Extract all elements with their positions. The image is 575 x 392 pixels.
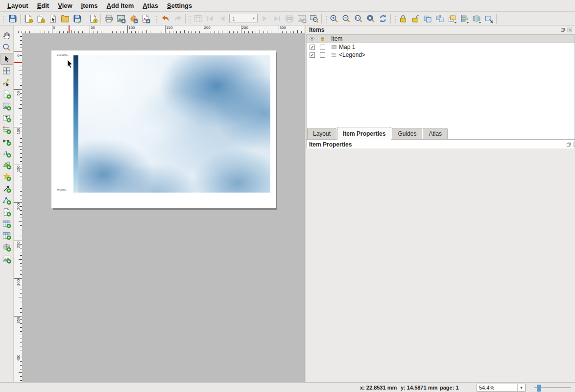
tool-add-node-item-button[interactable] <box>0 194 13 206</box>
tool-pan-layout-button[interactable] <box>0 29 13 41</box>
tool-add-map-button[interactable] <box>0 88 13 100</box>
tool-add-html-button[interactable]: </> <box>0 206 13 218</box>
tool-add-3d-map-button[interactable] <box>0 241 13 253</box>
menu-edit[interactable]: Edit <box>33 0 54 11</box>
zoom-combo-caret-icon[interactable]: ▼ <box>517 384 525 391</box>
item-label: <Legend> <box>339 51 365 58</box>
duplicate-layout-button[interactable] <box>34 12 47 24</box>
tool-move-item-content-button[interactable] <box>0 65 13 76</box>
ruler-tick <box>260 30 260 33</box>
add-label-icon: T <box>2 113 11 122</box>
menu-settings[interactable]: Settings <box>163 0 196 11</box>
ruler-tick <box>297 30 298 33</box>
toolbar-separator <box>85 14 85 24</box>
tool-edit-nodes-item-button[interactable] <box>0 76 13 88</box>
tab-item-properties[interactable]: Item Properties <box>337 127 391 140</box>
tool-add-scale-bar-button[interactable] <box>0 135 13 147</box>
add-elevation-profile-icon <box>2 254 11 264</box>
items-float-icon[interactable] <box>560 27 565 32</box>
tool-add-label-button[interactable]: T <box>0 112 13 123</box>
preview-atlas-button[interactable] <box>308 12 320 24</box>
align-items-button[interactable] <box>458 12 470 24</box>
status-y-coordinate: y: 14.5871 mm <box>401 385 437 391</box>
duplicate-layout-icon <box>36 14 46 24</box>
new-report-button[interactable] <box>87 12 99 24</box>
add-items-from-template-icon <box>60 14 70 24</box>
group-items-icon <box>423 14 432 24</box>
ruler-tick <box>19 146 22 147</box>
add-node-item-icon <box>2 196 11 205</box>
visibility-checkbox[interactable]: ✓ <box>310 52 315 58</box>
add-arrow-icon <box>2 184 11 193</box>
tool-add-picture-button[interactable] <box>0 100 13 112</box>
zoom-level-value: 54.4% <box>479 385 494 391</box>
tool-zoom-tool-button[interactable] <box>0 41 13 53</box>
distribute-items-button[interactable] <box>470 12 482 24</box>
legend-color-ramp[interactable] <box>73 55 78 193</box>
zoom-full-extent-button[interactable] <box>364 12 377 24</box>
add-3d-map-icon <box>2 243 11 252</box>
menu-items[interactable]: Items <box>77 0 102 11</box>
item-properties-close-icon[interactable] <box>573 142 575 147</box>
tool-add-legend-button[interactable] <box>0 123 13 135</box>
items-close-icon[interactable] <box>567 27 572 32</box>
items-tree-row[interactable]: ✓<Legend> <box>307 51 575 59</box>
zoom-out-button[interactable] <box>340 12 352 24</box>
lock-selected-items-button[interactable] <box>397 12 409 24</box>
menu-add-item[interactable]: Add Item <box>102 0 139 11</box>
tab-atlas[interactable]: Atlas <box>423 128 448 139</box>
tool-add-north-arrow-button[interactable]: A <box>0 147 13 159</box>
layout-manager-button[interactable] <box>47 12 59 24</box>
menu-layout[interactable]: Layout <box>3 0 33 11</box>
layout-canvas[interactable]: 242.0000... 85.0000... <box>22 33 305 382</box>
visibility-checkbox[interactable]: ✓ <box>310 45 315 50</box>
undo-button[interactable] <box>159 12 171 24</box>
tool-add-attribute-table-button[interactable] <box>0 218 13 229</box>
tool-add-marker-button[interactable] <box>0 171 13 182</box>
menu-atlas[interactable]: Atlas <box>138 0 163 11</box>
ruler-tick <box>241 25 241 33</box>
menu-view[interactable]: View <box>53 0 76 11</box>
redo-icon <box>173 14 183 24</box>
lock-checkbox[interactable] <box>320 45 325 50</box>
tool-select-move-item-button[interactable] <box>0 53 13 65</box>
export-as-pdf-button[interactable]: A <box>139 12 151 24</box>
save-as-template-button[interactable] <box>71 12 83 24</box>
unlock-all-items-button[interactable] <box>409 12 421 24</box>
main-toolbar: A1▾1:1 <box>0 12 575 25</box>
tab-layout[interactable]: Layout <box>307 128 336 139</box>
items-tree-row[interactable]: ✓Map 1 <box>307 43 575 51</box>
new-layout-button[interactable] <box>22 12 34 24</box>
zoom-in-button[interactable] <box>328 12 340 24</box>
ungroup-items-button[interactable] <box>433 12 446 24</box>
atlas-last-feature-button <box>271 12 283 24</box>
tool-add-arrow-button[interactable] <box>0 182 13 194</box>
add-items-from-template-button[interactable] <box>59 12 71 24</box>
zoom-actual-size-button[interactable]: 1:1 <box>352 12 364 24</box>
toolbar-separator <box>153 14 153 24</box>
group-items-button[interactable] <box>421 12 433 24</box>
resize-items-button[interactable] <box>482 12 495 24</box>
zoom-slider-handle[interactable] <box>537 385 541 392</box>
right-dock-area: Items Item ✓Map 1✓<Legend> LayoutItem Pr… <box>306 25 575 382</box>
tool-add-fixed-table-button[interactable] <box>0 229 13 241</box>
print-layout-button[interactable] <box>102 12 115 24</box>
save-project-button[interactable] <box>6 12 19 24</box>
tool-add-shape-button[interactable] <box>0 159 13 171</box>
raise-items-button[interactable] <box>446 12 458 24</box>
item-properties-float-icon[interactable] <box>566 142 571 147</box>
export-as-image-button[interactable] <box>115 12 127 24</box>
map-item-frame[interactable] <box>78 55 270 193</box>
atlas-feature-combobox[interactable]: 1▾ <box>229 14 258 23</box>
ruler-tick <box>279 25 279 33</box>
tool-add-elevation-profile-button[interactable] <box>0 253 13 265</box>
lock-checkbox[interactable] <box>320 52 325 58</box>
ruler-tick <box>203 25 203 33</box>
hruler-label: 100 <box>128 25 135 30</box>
visibility-column-eye-icon <box>307 35 317 43</box>
zoom-level-combobox[interactable]: 54.4% ▼ <box>477 384 526 392</box>
export-as-svg-button[interactable] <box>127 12 139 24</box>
redo-button <box>171 12 184 24</box>
tab-guides[interactable]: Guides <box>392 128 422 139</box>
refresh-view-button[interactable] <box>377 12 389 24</box>
